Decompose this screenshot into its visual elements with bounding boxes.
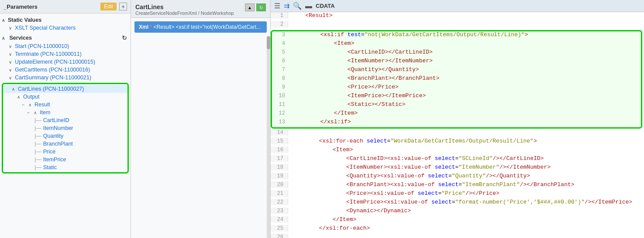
line-content-24: </Item> <box>288 216 644 223</box>
dash-icon: |— <box>34 149 41 155</box>
line-content-15: <xsl:for-each select="WorkData/GetCartIt… <box>288 138 644 144</box>
line-num-6: 6 <box>272 58 289 64</box>
code-line-6: 6 <ItemNumber></ItemNumber> <box>272 58 641 66</box>
branchplant-tree-item[interactable]: |— BranchPlant <box>3 140 127 148</box>
line-num-3: 3 <box>272 31 289 38</box>
line-num-18: 18 <box>271 164 288 170</box>
code-line-17: 17 <CartLineID><xsl:value-of select="SCL… <box>271 155 644 164</box>
getcart-item[interactable]: ∨ GetCartItems (PCN-11000016) <box>0 66 131 74</box>
line-num-13: 13 <box>272 119 289 125</box>
output-item[interactable]: ∧ Output <box>3 93 127 101</box>
line-content-17: <CartLineID><xsl:value-of select="SCLine… <box>288 155 644 162</box>
line-num-19: 19 <box>271 173 288 179</box>
item-tree-item[interactable]: ⌐ ∧ Item <box>3 109 127 116</box>
add-button[interactable]: + <box>119 3 127 10</box>
nav-refresh-button[interactable]: ↻ <box>256 3 266 11</box>
line-num-12: 12 <box>272 110 289 116</box>
price-tree-item[interactable]: |— Price <box>3 148 127 156</box>
line-num-7: 7 <box>272 66 289 73</box>
toggle-icon: ∧ <box>12 87 18 92</box>
refresh-icon[interactable]: ↻ <box>122 34 127 41</box>
edit-button[interactable]: Edit <box>100 3 117 10</box>
itemprice-tree-item[interactable]: |— ItemPrice <box>3 156 127 163</box>
code-toolbar: ☰ ⇉ 🔍 ▬ CDATA <box>271 0 644 12</box>
code-line-11: 11 <Static></Static> <box>272 101 641 110</box>
header-actions: Edit + <box>100 3 127 10</box>
itemnumber-label: ItemNumber <box>43 125 73 131</box>
line-content-2 <box>288 21 644 27</box>
static-values-label: Static Values <box>8 17 41 23</box>
middle-panel: CartLines CreateServiceNodeFromXml / Nod… <box>131 0 271 238</box>
nav-up-button[interactable]: ▲ <box>245 3 255 11</box>
code-editor[interactable]: 1 <Result> 2 3 <xsl:if test="not(WorkDat… <box>271 12 644 238</box>
cartlineid-tree-item[interactable]: |— CartLineID <box>3 116 127 124</box>
line-content-5: <CartLineID></CartLineID> <box>289 49 641 55</box>
code-line-1: 1 <Result> <box>271 12 644 21</box>
line-num-9: 9 <box>272 84 289 90</box>
toggle-icon: ∨ <box>9 68 15 72</box>
xml-node[interactable]: Xml * <Result> <xsl:if test="not(WorkDat… <box>134 21 267 33</box>
xslt-special-item[interactable]: ∨ XSLT Special Characters <box>0 24 131 32</box>
quantity-label: Quantity <box>43 133 64 139</box>
code-line-9: 9 <Price></Price> <box>272 84 641 92</box>
line-content-12: </Item> <box>289 110 641 116</box>
toggle-icon: ∨ <box>9 44 15 49</box>
code-line-13: 13 </xsl:if> <box>272 119 641 127</box>
scrollbar-thumb <box>267 36 270 49</box>
search-icon[interactable]: 🔍 <box>293 2 302 10</box>
code-line-21: 21 <Price><xsl:value-of select="Price"/>… <box>271 190 644 199</box>
line-num-24: 24 <box>271 216 288 223</box>
code-line-26: 26 <box>271 234 644 238</box>
toggle-icon: ∨ <box>9 26 15 31</box>
middle-scrollbar[interactable] <box>267 36 270 238</box>
dash-icon: |— <box>34 133 41 139</box>
terminate-label: Terminate (PCN-11000011) <box>15 51 82 57</box>
cartlines-label: CartLines (PCN-11000027) <box>18 86 84 92</box>
cart-header: CartLines CreateServiceNodeFromXml / Nod… <box>131 0 270 18</box>
toggle-icon: ∧ <box>2 36 8 41</box>
line-content-20: <BranchPlant><xsl:value-of select="ItemB… <box>288 181 644 188</box>
line-num-25: 25 <box>271 225 288 231</box>
nav-buttons: ▲ ↻ <box>245 3 266 11</box>
expand-icon: ∧ <box>34 110 40 115</box>
cartsummary-item[interactable]: ∨ CartSummary (PCN-11000021) <box>0 74 131 82</box>
update-item[interactable]: ∨ UpdateElement (PCN-11000015) <box>0 58 131 66</box>
flow-icon[interactable]: ⇉ <box>284 2 289 10</box>
xml-content: <Result> <xsl:if test="not(WorkData/GetC… <box>153 24 260 30</box>
result-item[interactable]: ⌐ ∧ Result <box>3 101 127 109</box>
static-values-header[interactable]: ∧ Static Values <box>0 16 131 24</box>
cartsummary-label: CartSummary (PCN-11000021) <box>15 75 91 81</box>
static-tree-item[interactable]: |— Static <box>3 163 127 171</box>
code-line-10: 10 <ItemPrice></ItemPrice> <box>272 92 641 101</box>
monitor-icon[interactable]: ▬ <box>305 2 312 10</box>
cdata-label: CDATA <box>316 3 335 9</box>
services-label: Services <box>9 35 31 41</box>
cartlines-highlight-box: ∧ CartLines (PCN-11000027) ∧ Output ⌐ ∧ … <box>2 83 129 173</box>
line-content-18: <ItemNumber><xsl:value-of select="ItemNu… <box>288 164 644 170</box>
panel-title: _Parameters <box>3 3 38 10</box>
toggle-icon: ⌐ <box>22 102 28 107</box>
itemnumber-tree-item[interactable]: |— ItemNumber <box>3 124 127 132</box>
line-num-4: 4 <box>272 40 289 47</box>
code-line-19: 19 <Quantity><xsl:value-of select="Quant… <box>271 173 644 181</box>
dash-icon: |— <box>34 117 41 123</box>
code-line-7: 7 <Quantity></Quantity> <box>272 66 641 75</box>
cart-info: CartLines CreateServiceNodeFromXml / Nod… <box>135 3 234 16</box>
middle-scroll-area <box>131 36 270 238</box>
left-panel: _Parameters Edit + ∧ Static Values ∨ XSL… <box>0 0 131 238</box>
dash-icon: |— <box>34 141 41 147</box>
cartlines-item[interactable]: ∧ CartLines (PCN-11000027) <box>3 85 127 93</box>
item-label: Item <box>40 109 50 116</box>
hamburger-icon[interactable]: ☰ <box>274 2 280 10</box>
quantity-tree-item[interactable]: |— Quantity <box>3 132 127 140</box>
services-header[interactable]: ∧ Services ↻ <box>0 34 131 42</box>
start-item[interactable]: ∨ Start (PCN-11000010) <box>0 42 131 50</box>
line-num-23: 23 <box>271 207 288 214</box>
code-line-3: 3 <xsl:if test="not(WorkData/GetCartItem… <box>272 31 641 40</box>
toggle-icon: ∨ <box>9 60 15 65</box>
expand-icon: ∧ <box>28 102 34 107</box>
start-label: Start (PCN-11000010) <box>15 43 69 49</box>
line-content-8: <BranchPlant></BranchPlant> <box>289 75 641 82</box>
terminate-item[interactable]: ∨ Terminate (PCN-11000011) <box>0 50 131 58</box>
code-line-14: 14 <box>271 129 644 138</box>
